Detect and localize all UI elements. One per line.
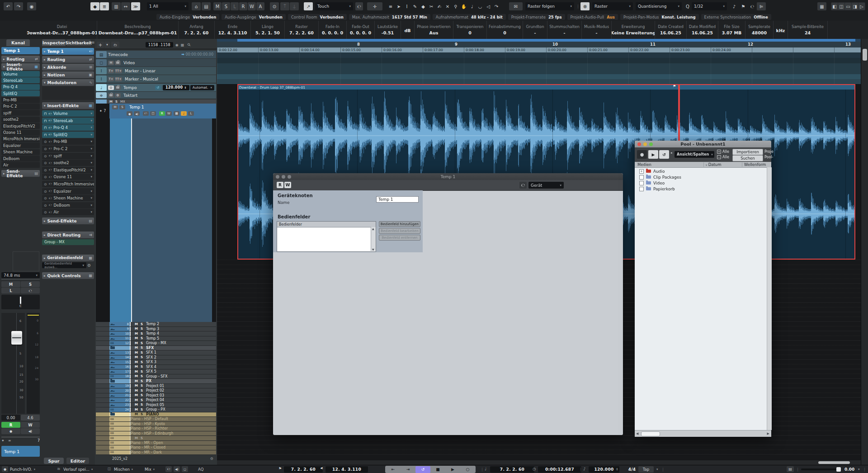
channel-insert-slot[interactable]: Equalizer (1, 142, 40, 148)
track-row[interactable]: ▂▅▁▃ ⦀⦀⦀ MS SFX (96, 346, 216, 351)
inspector-section-device-panel[interactable]: Gerätebedienfeld▦ (42, 255, 94, 261)
info-column[interactable]: dB (401, 21, 415, 39)
pool-hscroll-thumb[interactable] (641, 431, 660, 436)
feedback-icon[interactable]: ✉ (509, 2, 523, 10)
track-row[interactable]: ▂▅▁▃ ⦀⦀⦀ 10 MS Temp 4 (96, 331, 216, 336)
edit-icon[interactable]: ℮ (49, 182, 52, 186)
edit-icon[interactable]: ℮ (49, 168, 52, 172)
channel-insert-slot[interactable]: Ozone 11 (1, 130, 40, 136)
scroll-right-icon[interactable]: ▶ (767, 432, 769, 435)
track-row[interactable]: ▂▅▁▃ ⦀⦀⦀ 14 MS SFX 2 (96, 355, 216, 360)
automation-mode-select[interactable]: Touch (315, 2, 353, 10)
track-row[interactable]: ▂▅▁▃ ⦀⦀⦀ 13 MS SFX 1 (96, 350, 216, 355)
status-group[interactable]: Audio-Eingänge Verbunden (156, 14, 219, 20)
pin-top-icon[interactable]: ⍑ (280, 2, 289, 10)
freeze-button[interactable]: ◫ (150, 111, 156, 116)
redo-icon[interactable]: ↷ (14, 2, 23, 10)
track-row[interactable]: ▂▅▁▃ ⦀⦀⦀ MS PX (96, 379, 216, 384)
info-column[interactable]: Phase invertieren Aus (415, 21, 453, 39)
events-mode-button[interactable]: ▦ (174, 111, 179, 116)
automation-state-button[interactable]: A (256, 2, 264, 10)
track-row[interactable]: ▂▅▁▃ ⦀⦀⦀ 16 MS SFX 4 (96, 365, 216, 370)
channel-insert-slot[interactable]: SplitEQ (1, 90, 40, 96)
hub-icon[interactable]: ◉ (27, 2, 36, 10)
play-button[interactable]: ▶ (445, 466, 460, 473)
lock-button[interactable] (115, 85, 121, 90)
auto-fades-icon[interactable]: ✛ (367, 2, 382, 10)
tab-kanal[interactable]: Kanal (6, 39, 30, 46)
punch-mode-select[interactable]: Punch-In/O. (10, 466, 35, 473)
status-group[interactable]: Externe Synchronisation Offline (701, 14, 771, 20)
channel-insert-slot[interactable]: Pro-C 2 (1, 104, 40, 109)
record-enable-button[interactable]: ● (127, 111, 132, 116)
zone-toggle-icon[interactable]: ◨ (852, 3, 858, 10)
solo-button[interactable]: S (119, 105, 125, 109)
play-icon[interactable]: ▶ (648, 150, 658, 159)
column-media[interactable]: Medien (637, 162, 703, 167)
track-row[interactable]: ▂▅▁▃ ⦀⦀⦀ 11 MS Temp 5 (96, 336, 216, 341)
chevron-down-icon[interactable]: ▾ (90, 168, 92, 172)
tool-icon[interactable]: ⚲ (452, 2, 459, 10)
left-locator-value[interactable]: 7. 2. 2. 60 (284, 466, 323, 473)
add-marker-button[interactable]: T+ (108, 77, 114, 81)
bypass-icon[interactable] (44, 125, 47, 130)
bypass-icon[interactable] (44, 189, 47, 194)
status-group[interactable]: Projekt-Pan-Modus Konst. Leistung (620, 14, 699, 20)
aq-label[interactable]: AQ (198, 467, 203, 472)
panels-list[interactable]: Bedienfelder ▲ ▼ (277, 221, 376, 252)
chevron-down-icon[interactable]: ▾ (90, 119, 92, 123)
latency-select[interactable]: 74.8 ms (1, 272, 40, 278)
track-row[interactable]: ▂▅▁▃ ⦀⦀⦀ MS (96, 436, 216, 441)
edit-icon[interactable]: ℮ (89, 49, 92, 53)
use-track-preset-icon[interactable]: 🗀 (111, 42, 119, 48)
automation-state-button[interactable]: M (213, 2, 222, 10)
solo-button[interactable]: S (115, 100, 118, 104)
master-volume-value[interactable]: 0.00 (844, 467, 854, 472)
suspend-power-icon[interactable]: ⊙ (270, 2, 279, 10)
write-button[interactable]: W (284, 182, 291, 188)
inspector-section-modulators[interactable]: Modulatoren∿ (42, 79, 94, 86)
info-column[interactable]: Samplerate 48000 (745, 21, 774, 39)
channel-insert-slot[interactable]: spiff (1, 110, 40, 116)
mute-solo-buttons[interactable]: MS (135, 346, 143, 350)
mute-solo-buttons[interactable]: MS (135, 370, 143, 374)
bypass-icon[interactable] (44, 175, 47, 179)
inspector-section-routing[interactable]: Routing⇄ (42, 56, 94, 63)
event-flag-icon[interactable]: ⚑ (673, 84, 676, 88)
add-marker-button[interactable]: T+ (108, 69, 114, 73)
track-row[interactable]: ▂▅▁▃ ⦀⦀⦀ 18 MS Group - SFX (96, 374, 216, 379)
right-locator-value[interactable]: 12. 4. 3.110 (326, 466, 368, 473)
mute-solo-buttons[interactable]: MS (135, 365, 143, 369)
add-track-caret-icon[interactable]: ▾ (104, 42, 110, 48)
pool-vertical-scrollbar[interactable] (767, 167, 772, 430)
tempo-spinner-icon[interactable]: ⇕ (616, 468, 618, 471)
pool-tree-item[interactable]: + Audio (635, 168, 767, 174)
tempo-sync-icon[interactable]: ↺ (155, 85, 161, 90)
expand-icon[interactable] (639, 187, 644, 191)
speaker-icon[interactable]: ◀⟩ (174, 466, 180, 472)
volume-fader-handle[interactable] (11, 331, 22, 345)
inspector-insert-slot[interactable]: ℮ Ozone 11 ▾ (42, 174, 94, 180)
inspector-insert-slot[interactable]: ℮ Sheen Machine ▾ (42, 195, 94, 201)
inspector-insert-slot[interactable]: ℮ SplitEQ ▾ (42, 132, 94, 138)
info-column[interactable]: File Size 3.07 MB (718, 21, 745, 39)
chevron-down-icon[interactable]: ▾ (90, 140, 92, 143)
track-row[interactable]: ▂▅▁▃ ⦀⦀⦀ MS Piano - HSP - Richter (96, 426, 216, 431)
info-column[interactable]: kHz (774, 21, 788, 39)
quantize-flag-icon[interactable]: ⚑ (739, 2, 748, 10)
tool-icon[interactable]: Ⅰ (403, 2, 410, 10)
monitor-button[interactable]: ◀⟩ (21, 428, 40, 434)
track-marker-linear[interactable]: Ⅰ T+ TT+ Marker - Linear (96, 67, 216, 75)
info-column[interactable]: Raster 7. 2. 2. 60 (285, 21, 319, 39)
channel-section-sends[interactable]: Send-Effekte▤ (1, 170, 40, 177)
bypass-icon[interactable] (44, 161, 47, 165)
automation-state-button[interactable]: R (239, 2, 247, 10)
tool-icon[interactable]: ✕ (444, 2, 451, 10)
inspector-section-chords[interactable]: Akkorde⊞ (42, 64, 94, 71)
object-select-icon[interactable]: ◆ (90, 2, 99, 10)
chevron-down-icon[interactable]: ▾ (90, 203, 92, 207)
add-track-icon[interactable]: + (97, 42, 104, 48)
inspector-insert-slot[interactable]: ℮ spiff ▾ (42, 153, 94, 159)
inspector-section-inserts[interactable]: Insert-Effekte▦ (42, 102, 94, 109)
mute-solo-buttons[interactable]: MS (135, 408, 143, 412)
